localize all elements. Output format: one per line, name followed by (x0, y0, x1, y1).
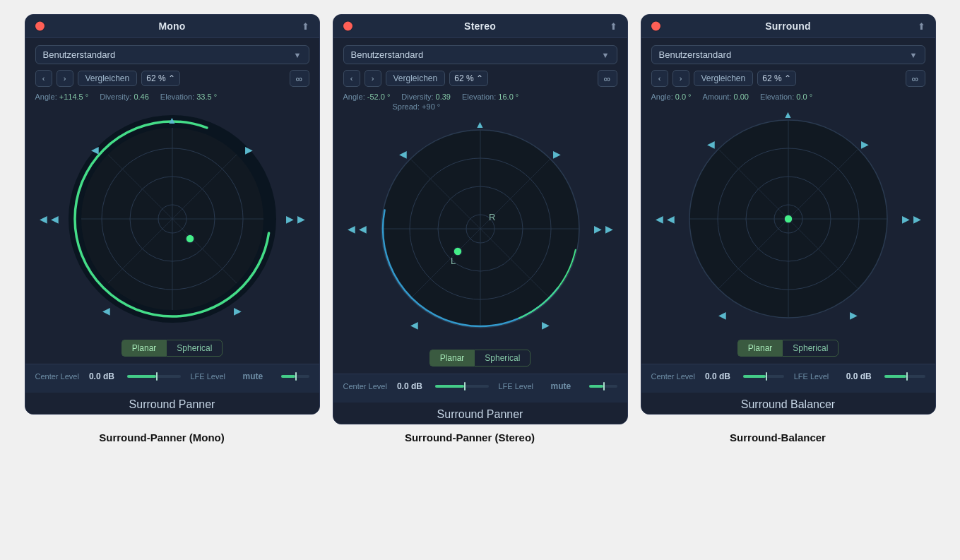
toggle-surround: Planar Spherical (651, 340, 925, 357)
svg-text:R: R (489, 212, 495, 222)
center-slider-surround[interactable] (743, 375, 784, 378)
compare-btn-stereo[interactable]: Vergleichen (386, 71, 446, 86)
panel-mono: Mono ⬆ Benutzerstandard ▼ ‹ › Vergleiche… (25, 14, 320, 415)
spherical-btn-surround[interactable]: Spherical (782, 340, 838, 357)
lfe-level-value-surround: 0.0 dB (846, 371, 875, 381)
nav-back-stereo[interactable]: ‹ (343, 70, 360, 87)
speaker-top-surround: ▲ (783, 109, 793, 119)
speaker-top-mono: ▲ (167, 115, 177, 125)
speaker-botright-mono: ▶ (234, 306, 242, 316)
center-level-label-surround: Center Level (651, 372, 695, 381)
panner-surround[interactable]: ▲ ◀ ▶ ◀ ◀ ▶ ▶ ◀ ▶ (651, 102, 925, 335)
lfe-level-value-mono: mute (243, 371, 271, 381)
svg-text:L: L (451, 256, 456, 266)
speaker-right2-stereo: ▶ (594, 224, 602, 234)
planar-btn-surround[interactable]: Planar (737, 340, 783, 357)
panel-title-mono: Mono (158, 20, 185, 32)
titlebar-mono: Mono ⬆ (25, 15, 319, 38)
preset-row-surround: Benutzerstandard ▼ (651, 45, 925, 64)
caption-surround: Surround-Balancer (630, 431, 925, 443)
speaker-botleft-surround: ◀ (718, 310, 726, 320)
preset-dropdown-stereo[interactable]: Benutzerstandard ▼ (343, 45, 617, 64)
preset-dropdown-surround[interactable]: Benutzerstandard ▼ (651, 45, 925, 64)
lfe-level-label-stereo: LFE Level (499, 382, 541, 391)
compare-btn-mono[interactable]: Vergleichen (78, 71, 138, 86)
titlebar-surround: Surround ⬆ (641, 15, 935, 38)
params-surround: Angle: 0.0 ° Amount: 0.00 Elevation: 0.0… (651, 93, 925, 101)
center-level-value-mono: 0.0 dB (89, 371, 117, 381)
nav-back-mono[interactable]: ‹ (35, 70, 52, 87)
toggle-mono: Planar Spherical (35, 340, 309, 357)
export-icon-stereo[interactable]: ⬆ (610, 21, 617, 32)
speaker-left2-surround: ◀ (667, 214, 675, 224)
svg-point-10 (186, 234, 194, 243)
speaker-topleft-surround: ◀ (707, 139, 715, 149)
lfe-slider-surround[interactable] (884, 375, 925, 378)
center-slider-stereo[interactable] (435, 385, 489, 388)
toolbar-mono: ‹ › Vergleichen 62 % ⌃ ∞ (35, 70, 309, 87)
speaker-top-stereo: ▲ (475, 119, 485, 129)
spherical-btn-stereo[interactable]: Spherical (474, 350, 531, 367)
params-mono: Angle: +114.5 ° Diversity: 0.46 Elevatio… (35, 93, 309, 101)
zoom-surround[interactable]: 62 % ⌃ (757, 71, 795, 86)
panel-content-stereo: Benutzerstandard ▼ ‹ › Vergleichen 62 % … (333, 38, 627, 367)
link-btn-surround[interactable]: ∞ (906, 70, 925, 87)
export-icon-surround[interactable]: ⬆ (918, 21, 925, 32)
bottom-mono: Center Level 0.0 dB LFE Level mute (25, 364, 319, 393)
preset-dropdown-mono[interactable]: Benutzerstandard ▼ (35, 45, 309, 64)
toolbar-stereo: ‹ › Vergleichen 62 % ⌃ ∞ (343, 70, 617, 87)
link-btn-mono[interactable]: ∞ (290, 70, 309, 87)
speaker-botright-surround: ▶ (850, 310, 858, 320)
planar-btn-stereo[interactable]: Planar (429, 350, 475, 367)
center-level-value-surround: 0.0 dB (705, 371, 733, 381)
speaker-topright-mono: ▶ (245, 145, 253, 155)
speaker-left1-stereo: ◀ (348, 224, 355, 234)
panner-mono[interactable]: ▲ ◀ ▶ ◀ ◀ ▶ ▶ ◀ ▶ (35, 102, 309, 335)
dropdown-arrow-surround: ▼ (910, 51, 918, 59)
caption-stereo: Surround-Panner (Stereo) (322, 431, 617, 443)
svg-point-32 (784, 215, 793, 223)
captions: Surround-Panner (Mono) Surround-Panner (… (14, 431, 946, 443)
panels-container: Mono ⬆ Benutzerstandard ▼ ‹ › Vergleiche… (25, 14, 936, 424)
panel-title-surround: Surround (765, 20, 811, 32)
panner-stereo[interactable]: ▲ ◀ ▶ ◀ ◀ ▶ ▶ ◀ ▶ (343, 112, 617, 345)
spherical-btn-mono[interactable]: Spherical (166, 340, 223, 357)
bottom-surround: Center Level 0.0 dB LFE Level 0.0 dB (641, 364, 935, 393)
panel-surround: Surround ⬆ Benutzerstandard ▼ ‹ › Vergle… (641, 14, 936, 415)
toggle-stereo: Planar Spherical (343, 350, 617, 367)
center-level-value-stereo: 0.0 dB (397, 381, 425, 391)
speaker-topleft-mono: ◀ (91, 145, 99, 155)
footer-mono: Surround Panner (25, 393, 319, 414)
compare-btn-surround[interactable]: Vergleichen (694, 71, 754, 86)
footer-surround: Surround Balancer (641, 393, 935, 414)
traffic-light-mono[interactable] (35, 22, 45, 31)
link-btn-stereo[interactable]: ∞ (598, 70, 617, 87)
speaker-right1-surround: ▶ (913, 214, 921, 224)
speaker-botleft-mono: ◀ (102, 306, 110, 316)
center-level-row-stereo: Center Level 0.0 dB LFE Level mute (343, 381, 617, 391)
lfe-slider-stereo[interactable] (589, 385, 617, 388)
speaker-right2-surround: ▶ (902, 214, 910, 224)
zoom-mono[interactable]: 62 % ⌃ (141, 71, 179, 86)
speaker-topleft-stereo: ◀ (399, 149, 407, 159)
lfe-level-label-surround: LFE Level (794, 372, 836, 381)
preset-row-stereo: Benutzerstandard ▼ (343, 45, 617, 64)
planar-btn-mono[interactable]: Planar (122, 340, 167, 357)
nav-back-surround[interactable]: ‹ (651, 70, 668, 87)
center-level-row-surround: Center Level 0.0 dB LFE Level 0.0 dB (651, 371, 925, 381)
center-slider-mono[interactable] (127, 375, 181, 378)
zoom-stereo[interactable]: 62 % ⌃ (449, 71, 487, 86)
center-level-label-stereo: Center Level (343, 382, 387, 391)
lfe-slider-mono[interactable] (281, 375, 309, 378)
traffic-light-stereo[interactable] (343, 22, 352, 31)
speaker-left2-mono: ◀ (51, 214, 59, 224)
nav-fwd-stereo[interactable]: › (365, 70, 381, 87)
speaker-topright-stereo: ▶ (553, 149, 561, 159)
panel-content-mono: Benutzerstandard ▼ ‹ › Vergleichen 62 % … (25, 38, 319, 357)
center-level-row-mono: Center Level 0.0 dB LFE Level mute (35, 371, 309, 381)
nav-fwd-mono[interactable]: › (57, 70, 73, 87)
nav-fwd-surround[interactable]: › (672, 70, 689, 87)
traffic-light-surround[interactable] (651, 22, 660, 31)
params-stereo: Angle: -52.0 ° Diversity: 0.39 Elevation… (343, 93, 617, 101)
export-icon-mono[interactable]: ⬆ (302, 21, 309, 32)
